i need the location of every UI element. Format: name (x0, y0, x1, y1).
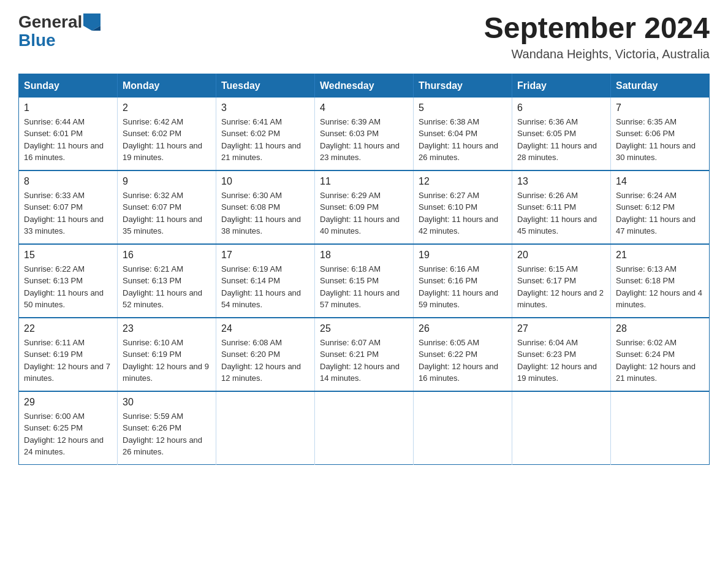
calendar-cell (512, 391, 611, 465)
day-info: Sunrise: 6:00 AMSunset: 6:25 PMDaylight:… (24, 410, 112, 458)
day-number: 26 (419, 323, 507, 334)
day-info: Sunrise: 6:33 AMSunset: 6:07 PMDaylight:… (24, 190, 112, 237)
day-number: 30 (123, 397, 211, 408)
day-info: Sunrise: 6:21 AMSunset: 6:13 PMDaylight:… (123, 263, 211, 311)
calendar-cell: 30Sunrise: 5:59 AMSunset: 6:26 PMDayligh… (118, 391, 216, 465)
day-info: Sunrise: 6:10 AMSunset: 6:19 PMDaylight:… (123, 337, 211, 385)
calendar-cell: 26Sunrise: 6:05 AMSunset: 6:22 PMDayligh… (414, 318, 512, 391)
calendar-cell: 4Sunrise: 6:39 AMSunset: 6:03 PMDaylight… (315, 98, 414, 170)
calendar-cell: 12Sunrise: 6:27 AMSunset: 6:10 PMDayligh… (414, 170, 512, 244)
day-info: Sunrise: 6:08 AMSunset: 6:20 PMDaylight:… (221, 337, 309, 385)
calendar-cell: 16Sunrise: 6:21 AMSunset: 6:13 PMDayligh… (118, 244, 216, 318)
day-info: Sunrise: 6:36 AMSunset: 6:05 PMDaylight:… (517, 116, 605, 164)
day-info: Sunrise: 6:13 AMSunset: 6:18 PMDaylight:… (616, 263, 704, 311)
day-info: Sunrise: 6:44 AMSunset: 6:01 PMDaylight:… (24, 116, 112, 164)
calendar-week-row: 22Sunrise: 6:11 AMSunset: 6:19 PMDayligh… (19, 318, 710, 391)
calendar-cell: 19Sunrise: 6:16 AMSunset: 6:16 PMDayligh… (414, 244, 512, 318)
calendar-cell: 10Sunrise: 6:30 AMSunset: 6:08 PMDayligh… (216, 170, 315, 244)
day-info: Sunrise: 6:26 AMSunset: 6:11 PMDaylight:… (517, 190, 605, 237)
day-info: Sunrise: 6:41 AMSunset: 6:02 PMDaylight:… (221, 116, 309, 164)
day-number: 22 (24, 323, 112, 334)
calendar-table: SundayMondayTuesdayWednesdayThursdayFrid… (18, 74, 710, 465)
day-info: Sunrise: 6:27 AMSunset: 6:10 PMDaylight:… (419, 190, 507, 237)
logo-text-blue: Blue (18, 32, 56, 49)
calendar-cell (315, 391, 414, 465)
day-info: Sunrise: 6:32 AMSunset: 6:07 PMDaylight:… (123, 190, 211, 237)
day-number: 2 (123, 102, 211, 113)
calendar-cell: 8Sunrise: 6:33 AMSunset: 6:07 PMDaylight… (19, 170, 118, 244)
calendar-cell: 7Sunrise: 6:35 AMSunset: 6:06 PMDaylight… (611, 98, 710, 170)
day-info: Sunrise: 6:15 AMSunset: 6:17 PMDaylight:… (517, 263, 605, 311)
calendar-week-row: 8Sunrise: 6:33 AMSunset: 6:07 PMDaylight… (19, 170, 710, 244)
logo-icon (83, 13, 100, 31)
day-number: 29 (24, 397, 112, 408)
day-number: 17 (221, 250, 309, 261)
calendar-cell: 23Sunrise: 6:10 AMSunset: 6:19 PMDayligh… (118, 318, 216, 391)
calendar-cell: 18Sunrise: 6:18 AMSunset: 6:15 PMDayligh… (315, 244, 414, 318)
day-number: 20 (517, 250, 605, 261)
day-of-week-header: Saturday (611, 74, 710, 98)
calendar-cell: 29Sunrise: 6:00 AMSunset: 6:25 PMDayligh… (19, 391, 118, 465)
day-info: Sunrise: 6:19 AMSunset: 6:14 PMDaylight:… (221, 263, 309, 311)
day-of-week-header: Tuesday (216, 74, 315, 98)
day-info: Sunrise: 6:18 AMSunset: 6:15 PMDaylight:… (320, 263, 408, 311)
day-number: 23 (123, 323, 211, 334)
day-info: Sunrise: 6:02 AMSunset: 6:24 PMDaylight:… (616, 337, 704, 385)
day-number: 11 (320, 176, 408, 187)
calendar-cell: 9Sunrise: 6:32 AMSunset: 6:07 PMDaylight… (118, 170, 216, 244)
calendar-cell: 27Sunrise: 6:04 AMSunset: 6:23 PMDayligh… (512, 318, 611, 391)
day-of-week-header: Thursday (414, 74, 512, 98)
day-info: Sunrise: 6:11 AMSunset: 6:19 PMDaylight:… (24, 337, 112, 385)
day-info: Sunrise: 6:29 AMSunset: 6:09 PMDaylight:… (320, 190, 408, 237)
day-info: Sunrise: 6:30 AMSunset: 6:08 PMDaylight:… (221, 190, 309, 237)
location: Wandana Heights, Victoria, Australia (484, 47, 710, 61)
day-info: Sunrise: 6:04 AMSunset: 6:23 PMDaylight:… (517, 337, 605, 385)
calendar-cell: 21Sunrise: 6:13 AMSunset: 6:18 PMDayligh… (611, 244, 710, 318)
day-of-week-header: Friday (512, 74, 611, 98)
calendar-cell: 22Sunrise: 6:11 AMSunset: 6:19 PMDayligh… (19, 318, 118, 391)
calendar-cell: 6Sunrise: 6:36 AMSunset: 6:05 PMDaylight… (512, 98, 611, 170)
calendar-cell: 5Sunrise: 6:38 AMSunset: 6:04 PMDaylight… (414, 98, 512, 170)
day-number: 9 (123, 176, 211, 187)
calendar-week-row: 29Sunrise: 6:00 AMSunset: 6:25 PMDayligh… (19, 391, 710, 465)
day-of-week-header: Wednesday (315, 74, 414, 98)
calendar-cell: 1Sunrise: 6:44 AMSunset: 6:01 PMDaylight… (19, 98, 118, 170)
day-number: 1 (24, 102, 112, 113)
day-info: Sunrise: 6:05 AMSunset: 6:22 PMDaylight:… (419, 337, 507, 385)
day-number: 10 (221, 176, 309, 187)
logo-text-general: General (18, 12, 82, 32)
month-title: September 2024 (484, 12, 710, 45)
calendar-cell: 25Sunrise: 6:07 AMSunset: 6:21 PMDayligh… (315, 318, 414, 391)
day-number: 18 (320, 250, 408, 261)
calendar-cell: 15Sunrise: 6:22 AMSunset: 6:13 PMDayligh… (19, 244, 118, 318)
page-header: General Blue September 2024 Wandana Heig… (18, 12, 710, 61)
day-number: 4 (320, 102, 408, 113)
calendar-cell (414, 391, 512, 465)
day-info: Sunrise: 6:35 AMSunset: 6:06 PMDaylight:… (616, 116, 704, 164)
day-of-week-header: Monday (118, 74, 216, 98)
calendar-cell: 3Sunrise: 6:41 AMSunset: 6:02 PMDaylight… (216, 98, 315, 170)
day-number: 27 (517, 323, 605, 334)
day-number: 14 (616, 176, 704, 187)
day-number: 3 (221, 102, 309, 113)
logo: General Blue (18, 12, 100, 49)
day-of-week-header: Sunday (19, 74, 118, 98)
calendar-cell: 14Sunrise: 6:24 AMSunset: 6:12 PMDayligh… (611, 170, 710, 244)
calendar-cell: 24Sunrise: 6:08 AMSunset: 6:20 PMDayligh… (216, 318, 315, 391)
calendar-week-row: 1Sunrise: 6:44 AMSunset: 6:01 PMDaylight… (19, 98, 710, 170)
day-number: 24 (221, 323, 309, 334)
calendar-cell: 17Sunrise: 6:19 AMSunset: 6:14 PMDayligh… (216, 244, 315, 318)
day-number: 7 (616, 102, 704, 113)
calendar-cell: 28Sunrise: 6:02 AMSunset: 6:24 PMDayligh… (611, 318, 710, 391)
calendar-cell: 13Sunrise: 6:26 AMSunset: 6:11 PMDayligh… (512, 170, 611, 244)
calendar-cell: 11Sunrise: 6:29 AMSunset: 6:09 PMDayligh… (315, 170, 414, 244)
day-number: 16 (123, 250, 211, 261)
day-info: Sunrise: 6:42 AMSunset: 6:02 PMDaylight:… (123, 116, 211, 164)
day-info: Sunrise: 6:24 AMSunset: 6:12 PMDaylight:… (616, 190, 704, 237)
calendar-header-row: SundayMondayTuesdayWednesdayThursdayFrid… (19, 74, 710, 98)
title-area: September 2024 Wandana Heights, Victoria… (484, 12, 710, 61)
day-number: 19 (419, 250, 507, 261)
day-number: 21 (616, 250, 704, 261)
calendar-cell: 20Sunrise: 6:15 AMSunset: 6:17 PMDayligh… (512, 244, 611, 318)
day-number: 8 (24, 176, 112, 187)
